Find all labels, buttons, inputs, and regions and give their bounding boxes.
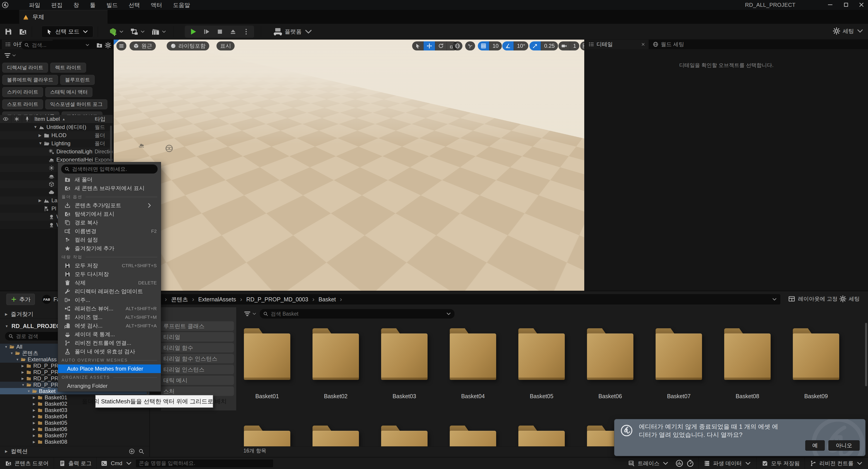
save-button[interactable]: [4, 27, 13, 36]
asset-folder[interactable]: Basket07: [656, 328, 702, 400]
revision-control-dropdown[interactable]: 리비전 컨트롤: [805, 458, 868, 469]
asset-folder[interactable]: Basket03: [381, 328, 428, 400]
viewport[interactable]: 원근 라이팅포함 표시 10 10° 0.25: [114, 40, 584, 291]
filter-option[interactable]: 티리얼: [161, 332, 234, 342]
add-content-button[interactable]: 추가: [6, 294, 35, 305]
timer-icon[interactable]: [686, 459, 694, 467]
breadcrumb-item[interactable]: ExternalAssets: [198, 296, 236, 303]
context-menu-item[interactable]: 이름변경 F2: [58, 227, 161, 236]
derived-data-dropdown[interactable]: 파생 데이터: [699, 458, 756, 469]
insights-gauge-icon[interactable]: [675, 459, 683, 467]
context-menu-item[interactable]: 셰이더 쿡 통계...: [58, 330, 161, 339]
chevron-down-icon[interactable]: [772, 297, 777, 302]
asterisk-icon[interactable]: [14, 116, 20, 122]
all-saved-button[interactable]: 모두 저장됨: [756, 458, 805, 469]
context-menu-item[interactable]: Auto Place Meshes from Folder: [58, 365, 161, 373]
filter-option[interactable]: 루프린트 클래스: [161, 321, 234, 331]
frame-skip-button[interactable]: [203, 28, 211, 35]
add-actor-dropdown[interactable]: [108, 27, 124, 36]
eye-icon[interactable]: [3, 116, 9, 122]
yes-button[interactable]: 예: [805, 440, 825, 451]
tab-world-settings[interactable]: 월드 세팅: [649, 40, 687, 49]
play-button[interactable]: [189, 27, 197, 36]
filter-option[interactable]: 스처: [161, 387, 234, 396]
context-menu-item[interactable]: 리비전 컨트롤에 연결...: [58, 339, 161, 347]
context-menu-item[interactable]: 사이즈 맵... ALT+SHIFT+M: [58, 313, 161, 322]
collections-section[interactable]: ▶ 컬렉션: [0, 446, 150, 456]
scale-snap-value[interactable]: 0.25: [541, 41, 558, 51]
context-menu-item[interactable]: 새 콘텐츠 브라우저에서 표시: [58, 184, 161, 193]
asset-folder[interactable]: Basket09: [793, 328, 839, 400]
expander-icon[interactable]: ▼: [38, 141, 43, 146]
context-menu-item[interactable]: 즐겨찾기에 추가: [58, 244, 161, 253]
trace-dropdown[interactable]: 트레이스: [623, 458, 674, 469]
menu-item[interactable]: 빌드: [101, 1, 123, 9]
outliner-filter-chip[interactable]: 익스포넨셜 하이트 포그: [45, 99, 107, 109]
search-icon[interactable]: [138, 448, 145, 455]
context-menu-item[interactable]: 모두 다시저장: [58, 270, 161, 278]
perspective-dropdown[interactable]: 원근: [129, 41, 156, 51]
filter-icon[interactable]: [4, 52, 11, 59]
fog-actor-gizmo-icon[interactable]: [138, 142, 145, 148]
filter-icon[interactable]: [243, 310, 251, 317]
context-menu-item[interactable]: 이주...: [58, 296, 161, 304]
show-dropdown[interactable]: 표시: [216, 41, 235, 51]
tree-item[interactable]: ▶ Basket08: [0, 439, 150, 445]
context-menu-item[interactable]: 컬러 설정: [58, 236, 161, 244]
menu-item[interactable]: 창: [68, 1, 84, 9]
outliner-filter-chip[interactable]: 스카이 라이트: [2, 87, 43, 97]
minimize-button[interactable]: [826, 1, 834, 8]
world-local-toggle[interactable]: [453, 41, 462, 51]
filter-option[interactable]: 티리얼 함수 인스턴스: [161, 354, 234, 363]
cmd-label[interactable]: Cmd: [111, 460, 122, 467]
asset-folder[interactable]: [518, 426, 565, 446]
expander-icon[interactable]: ▼: [33, 125, 38, 129]
output-log-button[interactable]: 출력 로그: [54, 458, 97, 469]
expander-icon[interactable]: ▶: [33, 421, 37, 425]
close-icon[interactable]: [641, 42, 645, 46]
asset-search-input[interactable]: 검색 Basket: [260, 309, 455, 319]
asset-folder[interactable]: Basket04: [450, 328, 496, 400]
viewport-menu-button[interactable]: [116, 41, 126, 51]
grid-scrollbar[interactable]: [865, 323, 867, 386]
menu-item[interactable]: 편집: [46, 1, 67, 9]
expander-icon[interactable]: ▼: [10, 351, 15, 355]
select-tool-button[interactable]: [412, 41, 424, 51]
tree-item[interactable]: ▶ Basket03: [0, 407, 150, 413]
surface-snapping-button[interactable]: [465, 41, 475, 51]
expander-icon[interactable]: ▶: [38, 133, 43, 138]
outliner-row[interactable]: ▼ Untitled (에디터) 월드: [0, 123, 113, 131]
tree-item[interactable]: ▶ Basket07: [0, 432, 150, 439]
no-button[interactable]: 아니오: [828, 440, 860, 451]
expander-icon[interactable]: ▼: [16, 358, 20, 361]
column-type[interactable]: 타입: [95, 115, 105, 123]
filter-option[interactable]: 티리얼 함수: [161, 343, 234, 353]
angle-snap-toggle[interactable]: [502, 41, 514, 51]
asset-folder[interactable]: Basket08: [724, 328, 771, 400]
close-button[interactable]: [858, 1, 865, 8]
context-menu-item[interactable]: 경로 복사: [58, 218, 161, 227]
context-menu-item[interactable]: 탐색기에서 표시: [58, 210, 161, 218]
asset-folder[interactable]: [312, 426, 359, 446]
outliner-filter-chip[interactable]: 스포트 라이트: [2, 99, 43, 109]
new-folder-button[interactable]: [96, 42, 103, 48]
expander-icon[interactable]: ▶: [33, 427, 37, 431]
context-menu-item[interactable]: 삭제 DELETE: [58, 278, 161, 287]
breadcrumb-item[interactable]: Basket: [319, 296, 336, 303]
expander-icon[interactable]: ▼: [27, 389, 32, 393]
blueprints-dropdown[interactable]: [130, 27, 145, 36]
expander-icon[interactable]: ▼: [22, 383, 26, 387]
outliner-search-input[interactable]: 검색...: [21, 41, 93, 49]
camera-speed-value[interactable]: 1: [570, 41, 579, 51]
context-menu-item[interactable]: 콘텐츠 추가/임포트: [58, 201, 161, 210]
menu-item[interactable]: 액터: [146, 1, 167, 9]
asset-folder[interactable]: [450, 426, 496, 446]
outliner-filter-chip[interactable]: 디렉셔널 라이트: [2, 63, 48, 73]
asset-folder[interactable]: [381, 426, 428, 446]
asset-folder[interactable]: Basket01: [244, 328, 290, 400]
fab-button[interactable]: FAB Fa: [42, 294, 60, 305]
menu-item[interactable]: 툴: [85, 1, 100, 9]
expander-icon[interactable]: ▶: [22, 370, 26, 374]
outliner-filter-chip[interactable]: 스태틱 메시 액터: [45, 87, 92, 97]
filter-option[interactable]: 티리얼 인스턴스: [161, 365, 234, 374]
